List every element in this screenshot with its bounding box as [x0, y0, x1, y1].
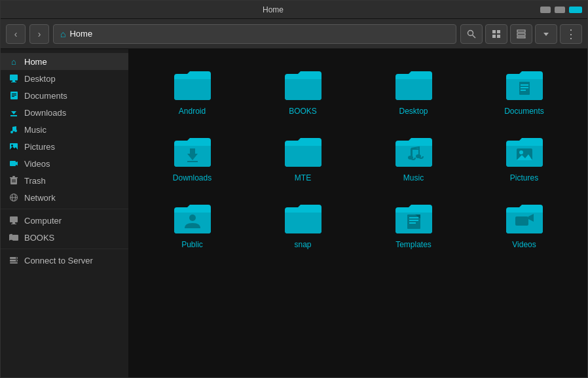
forward-button[interactable]: › [29, 24, 49, 44]
svg-rect-29 [12, 179, 13, 182]
trash-icon [9, 175, 19, 186]
svg-rect-4 [492, 35, 496, 38]
location-text: Home [69, 29, 92, 39]
sidebar-item-downloads[interactable]: Downloads [1, 104, 128, 121]
file-item-desktop[interactable]: Desktop [361, 60, 466, 121]
file-item-templates[interactable]: Templates [361, 193, 466, 254]
folder-icon-videos [504, 201, 545, 236]
sidebar-item-desktop[interactable]: Desktop [1, 70, 128, 87]
svg-rect-37 [11, 224, 16, 224]
folder-icon-public [172, 201, 213, 236]
search-button[interactable] [460, 24, 483, 44]
sidebar-item-label: Downloads [24, 108, 66, 118]
file-item-downloads[interactable]: Downloads [139, 126, 245, 188]
svg-rect-24 [10, 161, 16, 166]
file-label-mte: MTE [295, 173, 311, 182]
file-item-music[interactable]: Music [361, 126, 466, 188]
svg-rect-12 [11, 82, 16, 82]
main-layout: ⌂ Home Desktop Documents Downloads Mus [1, 49, 587, 378]
svg-rect-6 [517, 30, 525, 32]
svg-marker-17 [11, 111, 16, 114]
sidebar-item-trash[interactable]: Trash [1, 172, 128, 189]
file-item-books[interactable]: BOOKS [250, 60, 356, 121]
file-item-android[interactable]: Android [139, 60, 245, 121]
sidebar-item-connect-server[interactable]: Connect to Server [1, 252, 128, 269]
location-bar[interactable]: ⌂ Home [53, 24, 456, 44]
file-item-public[interactable]: Public [139, 193, 245, 254]
folder-icon-pictures [504, 134, 545, 169]
toolbar: ‹ › ⌂ Home ⋮ [1, 19, 587, 49]
sidebar-item-network[interactable]: Network [1, 189, 128, 206]
svg-point-54 [519, 150, 523, 154]
file-item-snap[interactable]: snap [250, 193, 356, 254]
sidebar-item-label: Documents [24, 91, 67, 101]
network-icon [9, 192, 19, 203]
grid-view-icon [517, 29, 526, 39]
file-label-desktop: Desktop [399, 107, 428, 116]
file-item-videos[interactable]: Videos [471, 193, 577, 254]
window-controls [540, 7, 582, 13]
sidebar-item-label: Connect to Server [24, 256, 93, 266]
more-options-icon: ⋮ [565, 28, 577, 40]
file-label-videos: Videos [512, 240, 536, 249]
file-label-music: Music [403, 173, 424, 182]
file-item-documents[interactable]: Documents [471, 60, 577, 121]
svg-marker-9 [543, 33, 549, 36]
folder-icon-templates [393, 201, 435, 236]
svg-rect-14 [12, 94, 16, 94]
sidebar-item-home[interactable]: ⌂ Home [1, 53, 128, 70]
back-button[interactable]: ‹ [6, 24, 26, 44]
svg-rect-28 [12, 176, 15, 177]
svg-rect-5 [497, 35, 500, 38]
file-label-public: Public [181, 240, 203, 249]
folder-icon-downloads [172, 134, 213, 169]
svg-rect-60 [409, 222, 416, 224]
maximize-button[interactable] [555, 7, 565, 13]
more-options-button[interactable]: ⋮ [560, 24, 582, 44]
minimize-button[interactable] [540, 7, 551, 13]
svg-rect-18 [10, 115, 17, 116]
sidebar-item-books[interactable]: BOOKS [1, 229, 128, 246]
sidebar-item-music[interactable]: Music [1, 121, 128, 138]
svg-rect-7 [517, 33, 525, 35]
videos-icon [9, 158, 19, 169]
sidebar-item-computer[interactable]: Computer [1, 212, 128, 229]
folder-icon-documents [504, 67, 545, 103]
file-item-mte[interactable]: MTE [250, 126, 356, 188]
svg-rect-62 [515, 216, 528, 226]
sidebar-item-videos[interactable]: Videos [1, 155, 128, 172]
folder-icon-books [282, 67, 324, 103]
folder-icon-mte [282, 134, 324, 169]
sidebar-item-label: Desktop [24, 74, 56, 84]
sidebar: ⌂ Home Desktop Documents Downloads Mus [1, 49, 129, 378]
svg-rect-3 [497, 30, 500, 33]
sidebar-item-label: Network [24, 193, 56, 203]
sidebar-item-documents[interactable]: Documents [1, 87, 128, 104]
grid-view-button[interactable] [510, 24, 532, 44]
svg-rect-59 [409, 220, 418, 221]
file-area: Android BOOKS [129, 49, 587, 378]
sidebar-divider-2 [1, 249, 128, 249]
toolbar-actions: ⋮ [460, 24, 582, 44]
downloads-icon [9, 107, 19, 118]
svg-rect-31 [15, 179, 16, 182]
sidebar-item-pictures[interactable]: Pictures [1, 138, 128, 155]
svg-point-56 [189, 215, 196, 221]
connect-server-icon [9, 255, 19, 266]
file-grid: Android BOOKS [139, 60, 577, 254]
svg-point-42 [16, 258, 17, 259]
sort-icon [542, 29, 551, 39]
desktop-icon [9, 73, 19, 84]
sort-button[interactable] [535, 24, 557, 44]
svg-rect-2 [492, 30, 496, 33]
svg-rect-49 [187, 161, 198, 162]
folder-icon-snap [282, 201, 324, 236]
svg-point-20 [14, 129, 17, 132]
sidebar-item-label: Pictures [24, 142, 55, 152]
svg-point-50 [408, 156, 413, 160]
view-toggle-button[interactable] [485, 24, 507, 44]
close-button[interactable] [569, 7, 582, 13]
window-title: Home [263, 5, 284, 14]
file-label-downloads: Downloads [173, 173, 211, 182]
file-item-pictures[interactable]: Pictures [471, 126, 577, 188]
